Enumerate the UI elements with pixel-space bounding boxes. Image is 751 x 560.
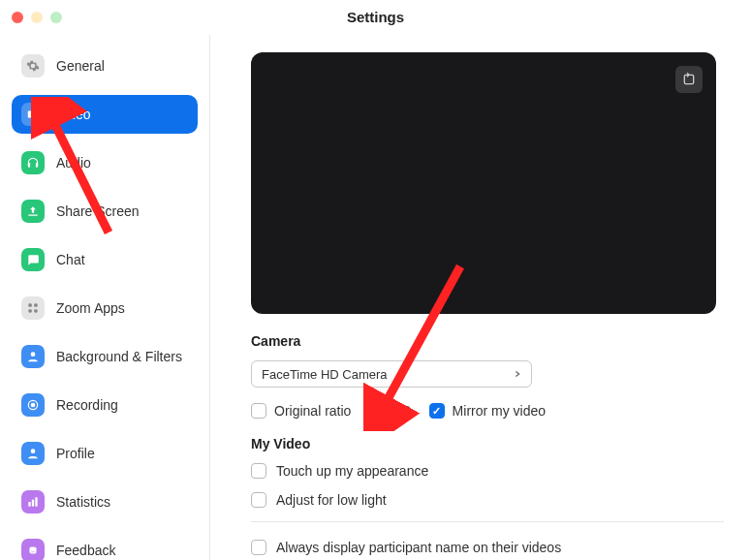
share-screen-icon [21, 200, 45, 223]
sidebar-item-label: Recording [56, 397, 118, 413]
sidebar-item-zoom-apps[interactable]: Zoom Apps [12, 289, 198, 327]
hd-checkbox[interactable]: HD [368, 403, 411, 419]
checkbox-box [251, 492, 266, 508]
svg-rect-11 [30, 547, 37, 554]
participant-name-checkbox[interactable]: Always display participant name on their… [251, 540, 728, 555]
maximize-window-button[interactable] [50, 12, 62, 23]
svg-rect-3 [34, 309, 38, 313]
sidebar-item-feedback[interactable]: Feedback [12, 531, 198, 560]
sidebar-item-share-screen[interactable]: Share Screen [12, 192, 198, 231]
sidebar-item-label: Share Screen [56, 203, 140, 219]
stats-icon [21, 490, 45, 513]
svg-point-12 [31, 549, 32, 550]
sidebar-item-label: Profile [56, 446, 95, 461]
sidebar-item-general[interactable]: General [12, 47, 198, 85]
svg-point-4 [31, 352, 36, 357]
checkbox-box [429, 403, 445, 419]
svg-rect-10 [35, 497, 37, 506]
gear-icon [21, 54, 45, 78]
sidebar-item-label: Audio [56, 155, 91, 171]
sidebar-item-profile[interactable]: Profile [12, 434, 198, 473]
original-ratio-checkbox[interactable]: Original ratio [251, 403, 351, 419]
svg-rect-0 [28, 303, 31, 307]
svg-rect-2 [28, 309, 31, 313]
checkbox-label: Touch up my appearance [276, 463, 428, 479]
person-bg-icon [21, 345, 45, 368]
camera-select[interactable]: FaceTime HD Camera [251, 360, 532, 388]
sidebar-item-label: Zoom Apps [56, 300, 125, 316]
apps-icon [21, 296, 45, 320]
checkbox-label: Always display participant name on their… [276, 540, 561, 555]
headphones-icon [21, 151, 45, 174]
video-icon [21, 103, 45, 126]
camera-section-label: Camera [251, 333, 728, 349]
minimize-window-button[interactable] [31, 12, 43, 23]
close-window-button[interactable] [12, 12, 23, 23]
sidebar-item-label: Background & Filters [56, 349, 182, 364]
checkbox-box [251, 463, 266, 479]
sidebar-item-recording[interactable]: Recording [12, 386, 198, 424]
checkbox-label: Original ratio [274, 403, 351, 419]
main-content: Camera FaceTime HD Camera Original ratio… [210, 35, 751, 560]
rotate-camera-button[interactable] [675, 66, 703, 93]
svg-point-6 [31, 403, 35, 407]
checkbox-label: Adjust for low light [276, 492, 387, 508]
camera-select-wrap[interactable]: FaceTime HD Camera [251, 360, 532, 388]
checkbox-box [251, 403, 266, 419]
sidebar-item-statistics[interactable]: Statistics [12, 482, 198, 521]
sidebar-item-chat[interactable]: Chat [12, 240, 198, 279]
feedback-icon [21, 539, 45, 560]
window-title: Settings [0, 9, 751, 25]
touch-up-checkbox[interactable]: Touch up my appearance [251, 463, 728, 479]
sidebar-item-audio[interactable]: Audio [12, 143, 198, 182]
sidebar-item-label: Statistics [56, 494, 110, 510]
record-icon [21, 393, 45, 417]
video-preview [251, 52, 716, 314]
sidebar: General Video Audio Share Screen Chat [0, 35, 210, 560]
checkbox-label: HD [391, 403, 411, 419]
camera-options-row: Original ratio HD Mirror my video [251, 403, 728, 419]
low-light-checkbox[interactable]: Adjust for low light [251, 492, 728, 508]
svg-point-7 [31, 449, 36, 453]
svg-rect-1 [34, 303, 38, 307]
chat-icon [21, 248, 45, 271]
sidebar-item-video[interactable]: Video [12, 95, 198, 134]
checkbox-box [251, 540, 266, 555]
sidebar-item-label: Feedback [56, 543, 115, 558]
sidebar-item-label: Chat [56, 252, 85, 267]
window-controls [0, 12, 62, 23]
svg-rect-9 [32, 500, 34, 507]
titlebar: Settings [0, 0, 751, 35]
checkbox-box [368, 403, 384, 419]
svg-point-13 [34, 549, 35, 550]
mirror-video-checkbox[interactable]: Mirror my video [429, 403, 546, 419]
section-divider [251, 521, 724, 522]
sidebar-item-background-filters[interactable]: Background & Filters [12, 337, 198, 376]
profile-icon [21, 442, 45, 465]
svg-rect-8 [28, 502, 30, 507]
my-video-section-label: My Video [251, 436, 728, 451]
checkbox-label: Mirror my video [453, 403, 546, 419]
sidebar-item-label: General [56, 58, 105, 74]
svg-rect-20 [684, 75, 693, 83]
sidebar-item-label: Video [56, 107, 91, 122]
